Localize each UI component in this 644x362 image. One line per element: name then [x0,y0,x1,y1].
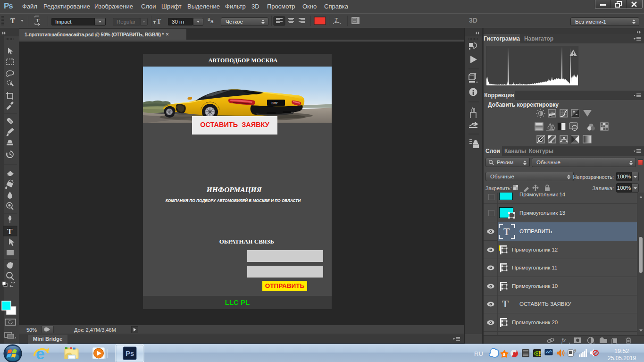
svg-text:RU: RU [474,350,483,357]
svg-text:a: a [503,352,506,357]
svg-text:Ps: Ps [125,349,134,357]
svg-text:3D: 3D [469,17,477,24]
svg-text:25.05.2019: 25.05.2019 [608,355,636,362]
svg-text:a: a [210,18,214,25]
svg-text:e: e [36,345,45,362]
svg-text:T: T [157,18,161,25]
svg-text:19:52: 19:52 [614,348,629,354]
svg-text:fx: fx [561,337,566,344]
svg-text:T: T [7,227,13,236]
svg-text:т: т [153,19,156,25]
svg-text:SRT: SRT [271,101,278,105]
svg-text:T: T [10,17,15,25]
svg-text:T: T [36,17,40,23]
svg-text:T: T [503,227,510,237]
